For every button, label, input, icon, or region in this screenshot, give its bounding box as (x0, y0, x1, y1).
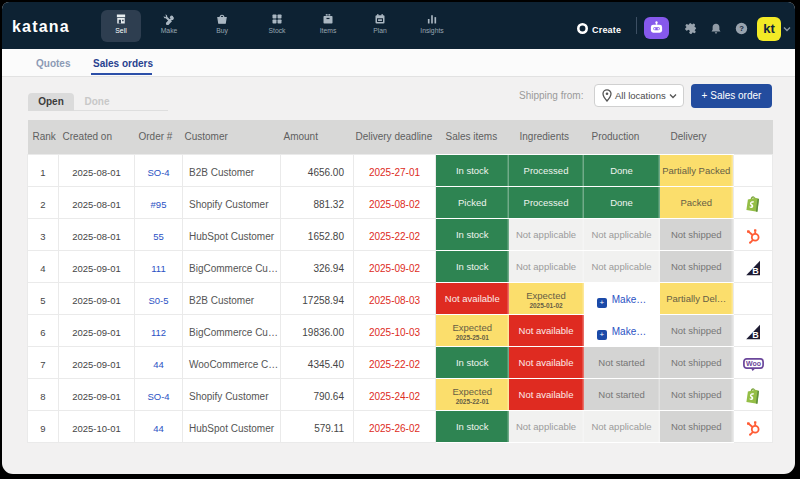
svg-text:B: B (752, 330, 759, 340)
svg-text:Woo: Woo (745, 360, 760, 367)
svg-text:?: ? (739, 24, 744, 33)
svg-text:B: B (752, 266, 759, 276)
